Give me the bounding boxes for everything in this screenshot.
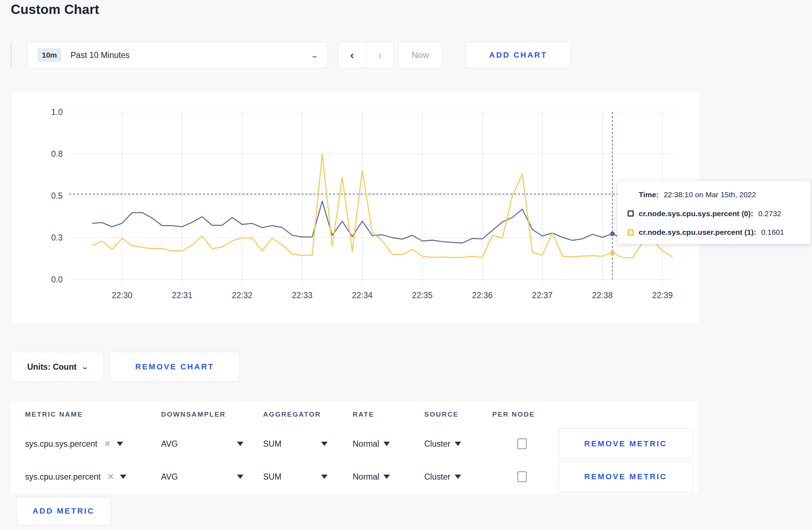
chevron-down-icon xyxy=(455,442,461,446)
tooltip-series-value: 0.1601 xyxy=(761,228,784,237)
tooltip-spacer xyxy=(628,192,634,198)
add-metric-button[interactable]: ADD METRIC xyxy=(16,497,111,525)
remove-chart-button[interactable]: REMOVE CHART xyxy=(110,352,240,382)
downsampler-select[interactable]: AVG xyxy=(161,472,243,482)
col-header-source: SOURCE xyxy=(424,411,492,418)
downsampler-select[interactable]: AVG xyxy=(161,439,243,449)
svg-text:0.3: 0.3 xyxy=(51,233,63,242)
svg-text:22:34: 22:34 xyxy=(352,291,373,300)
downsampler-value: AVG xyxy=(161,472,178,482)
table-row: sys.cpu.user.percent ✕ AVG SUM Normal Cl… xyxy=(11,460,698,493)
aggregator-value: SUM xyxy=(263,472,281,482)
downsampler-value: AVG xyxy=(161,439,178,449)
time-range-badge: 10m xyxy=(38,48,61,62)
chevron-down-icon: ⌄ xyxy=(310,51,319,59)
clear-metric-icon[interactable]: ✕ xyxy=(107,472,114,482)
chevron-down-icon xyxy=(237,475,243,479)
rate-value: Normal xyxy=(353,472,379,482)
series-user-legend-icon xyxy=(628,229,634,236)
rate-select[interactable]: Normal xyxy=(353,472,390,482)
metrics-table: METRIC NAME DOWNSAMPLER AGGREGATOR RATE … xyxy=(11,402,698,494)
chevron-down-icon[interactable] xyxy=(117,442,123,446)
aggregator-select[interactable]: SUM xyxy=(263,439,328,449)
svg-text:22:35: 22:35 xyxy=(412,291,433,300)
svg-text:22:36: 22:36 xyxy=(472,291,493,300)
col-header-downsampler: DOWNSAMPLER xyxy=(161,411,263,418)
source-select[interactable]: Cluster xyxy=(424,472,461,482)
per-node-checkbox[interactable] xyxy=(517,471,527,482)
chevron-down-icon xyxy=(383,442,390,446)
page-title: Custom Chart xyxy=(11,2,99,17)
svg-text:22:38: 22:38 xyxy=(592,291,613,300)
time-step-buttons: ‹ › xyxy=(338,42,394,68)
table-row: sys.cpu.sys.percent ✕ AVG SUM Normal Clu… xyxy=(11,427,698,460)
col-header-rate: RATE xyxy=(353,411,424,418)
tooltip-series-row: cr.node.sys.cpu.user.percent (1): 0.1601 xyxy=(628,228,803,237)
svg-text:22:39: 22:39 xyxy=(652,291,673,300)
chevron-down-icon xyxy=(321,475,328,479)
chevron-down-icon xyxy=(383,475,390,479)
tooltip-series-value: 0.2732 xyxy=(758,209,781,218)
units-label: Units: Count xyxy=(27,362,77,372)
col-header-metric-name: METRIC NAME xyxy=(25,411,161,418)
tooltip-series-row: cr.node.sys.cpu.sys.percent (0): 0.2732 xyxy=(628,209,803,218)
chart-card: 0.00.30.50.81.022:3022:3122:3222:3322:34… xyxy=(11,90,700,324)
remove-metric-button[interactable]: REMOVE METRIC xyxy=(559,461,693,492)
source-select[interactable]: Cluster xyxy=(424,439,461,449)
custom-chart-page: { "page_title": "Custom Chart", "toolbar… xyxy=(0,0,812,529)
chevron-down-icon xyxy=(455,475,461,479)
chevron-down-icon xyxy=(321,442,328,446)
svg-text:22:33: 22:33 xyxy=(292,291,313,300)
rate-select[interactable]: Normal xyxy=(353,439,390,449)
now-button[interactable]: Now xyxy=(398,42,442,68)
metric-name-value: sys.cpu.sys.percent xyxy=(25,439,97,449)
svg-text:0.5: 0.5 xyxy=(51,191,63,200)
chevron-down-icon xyxy=(237,442,243,446)
units-select[interactable]: Units: Count ⌄ xyxy=(11,352,104,382)
clear-metric-icon[interactable]: ✕ xyxy=(104,439,111,449)
tooltip-series-name: cr.node.sys.cpu.sys.percent (0): xyxy=(639,209,753,218)
col-header-aggregator: AGGREGATOR xyxy=(263,411,353,418)
toolbar-divider xyxy=(11,42,11,68)
aggregator-select[interactable]: SUM xyxy=(263,472,328,482)
step-back-button[interactable]: ‹ xyxy=(338,42,366,68)
step-forward-button[interactable]: › xyxy=(366,42,394,68)
chevron-down-icon[interactable] xyxy=(120,475,126,479)
remove-metric-button[interactable]: REMOVE METRIC xyxy=(559,428,693,459)
rate-value: Normal xyxy=(353,439,379,449)
svg-text:1.0: 1.0 xyxy=(51,107,63,117)
time-range-select[interactable]: 10m Past 10 Minutes ⌄ xyxy=(27,42,328,68)
svg-text:22:30: 22:30 xyxy=(112,291,132,300)
chart-hover-tooltip: Time: 22:38:10 on Mar 15th, 2022 cr.node… xyxy=(617,181,811,244)
tooltip-time-value: 22:38:10 on Mar 15th, 2022 xyxy=(664,190,756,199)
metric-name-value: sys.cpu.user.percent xyxy=(25,472,101,482)
svg-text:0.0: 0.0 xyxy=(51,275,63,284)
svg-text:22:32: 22:32 xyxy=(232,291,253,300)
col-header-per-node: PER NODE xyxy=(492,411,559,418)
chevron-down-icon: ⌄ xyxy=(81,363,88,371)
aggregator-value: SUM xyxy=(263,439,281,449)
custom-chart-plot[interactable]: 0.00.30.50.81.022:3022:3122:3222:3322:34… xyxy=(12,91,700,324)
source-value: Cluster xyxy=(424,439,450,449)
tooltip-time-label: Time: xyxy=(639,190,659,199)
tooltip-time-row: Time: 22:38:10 on Mar 15th, 2022 xyxy=(628,190,803,199)
time-range-label: Past 10 Minutes xyxy=(71,50,130,60)
tooltip-series-name: cr.node.sys.cpu.user.percent (1): xyxy=(639,228,756,237)
metrics-table-header: METRIC NAME DOWNSAMPLER AGGREGATOR RATE … xyxy=(11,402,698,427)
svg-text:0.8: 0.8 xyxy=(51,149,63,159)
per-node-checkbox[interactable] xyxy=(517,438,527,449)
add-chart-button[interactable]: ADD CHART xyxy=(465,42,571,68)
source-value: Cluster xyxy=(424,472,450,482)
svg-text:22:37: 22:37 xyxy=(532,291,553,300)
series-sys-legend-icon xyxy=(628,210,634,217)
svg-text:22:31: 22:31 xyxy=(172,291,193,300)
